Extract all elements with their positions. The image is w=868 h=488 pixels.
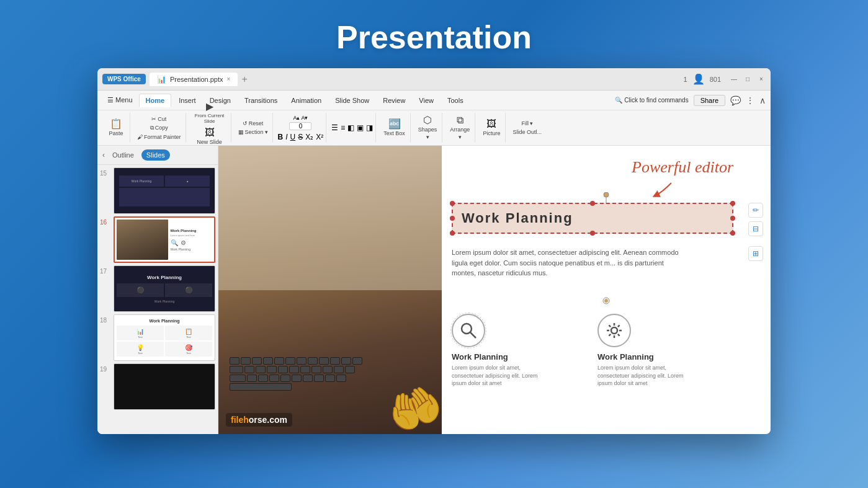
font-size-input[interactable] xyxy=(289,122,311,130)
close-button[interactable]: × xyxy=(757,75,766,84)
collapse-ribbon-icon[interactable]: ∧ xyxy=(759,95,766,105)
slide-item-16[interactable]: 16 Work Planning Lorem ipsum text here 🔍… xyxy=(100,216,215,263)
slide-panel-header: ‹ Outline Slides xyxy=(97,146,218,165)
font-size-down-icon[interactable]: A▾ xyxy=(301,115,308,121)
side-tools-panel: ✏ ⊟ ⊞ xyxy=(748,203,763,261)
link-handle[interactable] xyxy=(602,296,610,307)
editor-area: 🤲 filehorse.com Powerful editor xyxy=(218,146,771,434)
fill-button[interactable]: Fill ▾ xyxy=(519,120,535,127)
share-button[interactable]: Share xyxy=(694,95,725,106)
find-commands[interactable]: 🔍 Click to find commands xyxy=(615,97,688,104)
panel-back-button[interactable]: ‹ xyxy=(102,151,105,159)
handle-bottom-left[interactable] xyxy=(450,231,455,236)
tab-view[interactable]: View xyxy=(413,94,440,107)
cut-button[interactable]: ✂ Cut xyxy=(150,115,168,123)
play-icon: ▶ xyxy=(206,102,213,112)
section-chevron: ▾ xyxy=(265,129,268,135)
tab-review[interactable]: Review xyxy=(377,94,411,107)
search-icon-circle xyxy=(452,314,485,347)
slide-item-15[interactable]: 15 Work Planning ● xyxy=(100,167,215,214)
window-controls: — □ × xyxy=(730,75,766,84)
layers-tool[interactable]: ⊞ xyxy=(748,246,763,261)
slide-item-17[interactable]: 17 Work Planning ⚫ ⚫ Work Planning xyxy=(100,265,215,312)
shapes-label: Shapes xyxy=(418,126,437,133)
user-count: 801 xyxy=(710,76,721,83)
slide-number-15: 15 xyxy=(100,170,111,177)
format-painter-button[interactable]: 🖌 Format Painter xyxy=(135,133,183,141)
arrange-button[interactable]: ⧉ Arrange ▾ xyxy=(447,114,472,141)
tab-transitions[interactable]: Transitions xyxy=(238,94,284,107)
copy-button[interactable]: ⧉ Copy xyxy=(148,124,170,132)
handle-top-left[interactable] xyxy=(450,201,455,206)
slides-tab[interactable]: Slides xyxy=(141,149,170,161)
slide-thumb-16: Work Planning Lorem ipsum text here 🔍 ⚙ … xyxy=(114,216,215,263)
slide-item-18[interactable]: 18 Work Planning 📊 Text 📋 xyxy=(100,314,215,361)
file-tab-icon: 📊 xyxy=(157,75,166,84)
slide-thumb-18: Work Planning 📊 Text 📋 Text xyxy=(114,314,215,361)
outline-tab[interactable]: Outline xyxy=(107,149,139,161)
align-left-button[interactable]: ◧ xyxy=(347,123,354,132)
font-group: A▴ A▾ B I U S X₂ X² xyxy=(275,113,327,143)
arrange-label: Arrange xyxy=(450,126,470,133)
bold-button[interactable]: B xyxy=(278,133,284,141)
slide-right-content: Powerful editor xyxy=(442,146,771,434)
svg-point-3 xyxy=(604,299,608,303)
slide-number-19: 19 xyxy=(100,366,111,373)
slide-item-19[interactable]: 19 xyxy=(100,363,215,410)
shapes-button[interactable]: ⬡ Shapes ▾ xyxy=(416,114,440,141)
tab-close-icon[interactable]: × xyxy=(227,76,231,82)
section-button[interactable]: ▦ Section ▾ xyxy=(236,128,270,136)
bullets-button[interactable]: ☰ xyxy=(331,123,338,132)
handle-top-right[interactable] xyxy=(730,201,735,206)
textbox-button[interactable]: 🔤 Text Box xyxy=(381,118,408,138)
slide-outline-button[interactable]: Slide Outl... xyxy=(511,128,544,136)
underline-button[interactable]: U xyxy=(290,133,296,141)
align-center-button[interactable]: ▣ xyxy=(357,123,364,132)
icon-label-1: Work Planning xyxy=(597,352,733,362)
numbering-button[interactable]: ≡ xyxy=(341,123,345,132)
strikethrough-button[interactable]: S xyxy=(298,133,303,141)
paste-icon: 📋 xyxy=(110,119,122,129)
format-tool[interactable]: ⊟ xyxy=(748,221,763,236)
tab-animation[interactable]: Animation xyxy=(285,94,328,107)
arrange-icon: ⧉ xyxy=(457,115,463,125)
edit-text-tool[interactable]: ✏ xyxy=(748,203,763,218)
icon-label-0: Work Planning xyxy=(452,352,588,362)
tab-tools[interactable]: Tools xyxy=(441,94,470,107)
new-slide-button[interactable]: 🖼 New Slide xyxy=(194,126,225,146)
add-tab-button[interactable]: + xyxy=(241,74,247,85)
handle-bottom-right[interactable] xyxy=(730,231,735,236)
reset-button[interactable]: ↺ Reset xyxy=(241,120,266,127)
handle-mid-left[interactable] xyxy=(450,216,455,221)
minimize-button[interactable]: — xyxy=(730,75,738,84)
menu-button[interactable]: ☰ Menu xyxy=(102,94,138,107)
file-tab[interactable]: 📊 Presentation.pptx × xyxy=(150,73,238,86)
textbox-group: 🔤 Text Box xyxy=(378,113,411,143)
from-slide-button[interactable]: ▶ From Current Slide xyxy=(191,100,228,125)
more-options-icon[interactable]: ⋮ xyxy=(746,95,754,105)
reset-group: ↺ Reset ▦ Section ▾ xyxy=(234,113,273,143)
paste-button[interactable]: 📋 Paste xyxy=(105,118,127,138)
align-right-button[interactable]: ◨ xyxy=(366,123,373,132)
italic-button[interactable]: I xyxy=(285,133,287,141)
tab-slideshow[interactable]: Slide Show xyxy=(329,94,375,107)
shapes-icon: ⬡ xyxy=(423,115,432,125)
slide-lorem-text: Lorem ipsum dolor sit amet, consectetuer… xyxy=(452,247,687,278)
file-tab-label: Presentation.pptx xyxy=(170,76,223,83)
handle-mid-right[interactable] xyxy=(730,216,735,221)
handle-top-center[interactable] xyxy=(590,201,595,206)
picture-button[interactable]: 🖼 Picture xyxy=(480,118,503,138)
comments-icon[interactable]: 💬 xyxy=(730,95,741,105)
subscript-button[interactable]: X₂ xyxy=(305,133,313,141)
maximize-button[interactable]: □ xyxy=(743,75,752,84)
font-size-up-icon[interactable]: A▴ xyxy=(293,115,300,121)
text-box-selected[interactable]: Work Planning xyxy=(452,203,733,234)
format-painter-icon: 🖌 xyxy=(137,134,143,140)
cut-icon: ✂ xyxy=(151,116,156,122)
handle-bottom-center[interactable] xyxy=(590,231,595,236)
tab-home[interactable]: Home xyxy=(139,94,172,107)
slide-number-18: 18 xyxy=(100,317,111,324)
slide-group: ▶ From Current Slide 🖼 New Slide Layout … xyxy=(189,113,231,143)
slides-list: 15 Work Planning ● 16 xyxy=(97,165,218,434)
superscript-button[interactable]: X² xyxy=(316,133,323,141)
